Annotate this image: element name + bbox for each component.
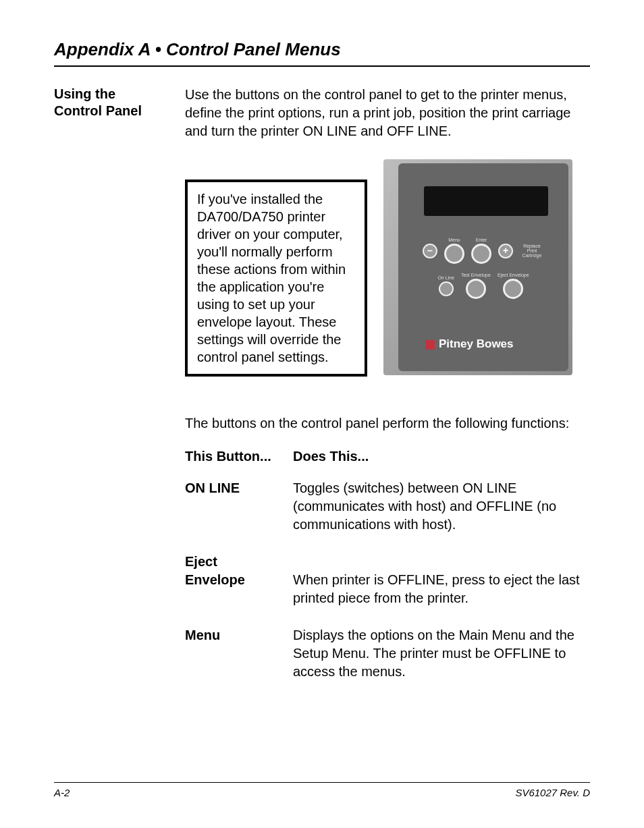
- section-heading: Using the Control Panel: [54, 86, 162, 119]
- minus-icon: –: [424, 245, 436, 257]
- table-header-button: This Button...: [185, 447, 293, 466]
- plus-icon: +: [500, 245, 512, 257]
- button-description: When printer is OFFLINE, press to eject …: [293, 571, 590, 607]
- note-and-photo-row: If you've installed the DA700/DA750 prin…: [185, 159, 590, 377]
- table-row: Menu Displays the options on the Main Me…: [185, 626, 590, 681]
- section-heading-column: Using the Control Panel: [54, 86, 162, 700]
- content-columns: Using the Control Panel Use the buttons …: [54, 86, 590, 700]
- lcd-display: [424, 186, 548, 216]
- menu-button-stack: Menu: [444, 238, 464, 264]
- table-row: Eject: [185, 553, 590, 571]
- button-row-2: On Line Test Envelope Eject Envelope: [398, 273, 568, 299]
- enter-button-stack: Enter: [471, 238, 491, 264]
- brand-label: Pitney Bowes: [425, 337, 514, 352]
- button-name: ON LINE: [185, 479, 293, 534]
- body-column: Use the buttons on the control panel to …: [185, 86, 590, 700]
- online-button-stack: On Line: [437, 275, 454, 296]
- page-footer: A-2 SV61027 Rev. D: [54, 782, 590, 798]
- intro-paragraph: Use the buttons on the control panel to …: [185, 86, 590, 140]
- button-description: Displays the options on the Main Menu an…: [293, 626, 590, 681]
- eject-envelope-button[interactable]: [503, 279, 523, 299]
- page-number: A-2: [54, 787, 70, 798]
- replace-cartridge-label: Replace Print Cartridge: [520, 244, 544, 258]
- test-envelope-button[interactable]: [466, 279, 486, 299]
- doc-revision: SV61027 Rev. D: [515, 787, 590, 798]
- section-heading-line2: Control Panel: [54, 103, 142, 118]
- button-name: Eject: [185, 553, 293, 571]
- button-description: [293, 553, 590, 571]
- test-envelope-label: Test Envelope: [461, 273, 491, 277]
- eject-envelope-label: Eject Envelope: [498, 273, 529, 277]
- online-label: On Line: [437, 275, 454, 280]
- test-envelope-button-stack: Test Envelope: [461, 273, 491, 299]
- eject-envelope-button-stack: Eject Envelope: [498, 273, 529, 299]
- section-heading-line1: Using the: [54, 86, 115, 101]
- minus-button[interactable]: –: [423, 244, 437, 258]
- table-preface: The buttons on the control panel perform…: [185, 414, 590, 433]
- button-row-1: – Menu Enter + Replace Print Cartridge: [398, 238, 568, 264]
- menu-button[interactable]: [444, 244, 464, 264]
- enter-label: Enter: [476, 238, 487, 242]
- brand-text: Pitney Bowes: [439, 337, 514, 350]
- brand-icon: [425, 340, 435, 350]
- table-row: Envelope When printer is OFFLINE, press …: [185, 571, 590, 607]
- control-panel-photo: – Menu Enter + Replace Print Cartridge: [383, 159, 572, 375]
- page: Appendix A • Control Panel Menus Using t…: [0, 0, 644, 828]
- table-header-does: Does This...: [293, 447, 369, 466]
- table-header-row: This Button... Does This...: [185, 447, 590, 466]
- button-name: Envelope: [185, 571, 293, 607]
- note-box: If you've installed the DA700/DA750 prin…: [185, 180, 367, 377]
- button-name: Menu: [185, 626, 293, 681]
- table-row: ON LINE Toggles (switches) between ON LI…: [185, 479, 590, 534]
- menu-label: Menu: [448, 238, 460, 242]
- plus-button[interactable]: +: [498, 244, 513, 258]
- panel-face: – Menu Enter + Replace Print Cartridge: [398, 163, 568, 371]
- page-title: Appendix A • Control Panel Menus: [54, 39, 590, 60]
- page-header: Appendix A • Control Panel Menus: [54, 39, 590, 67]
- online-button[interactable]: [439, 281, 454, 296]
- button-description: Toggles (switches) between ON LINE (comm…: [293, 479, 590, 534]
- enter-button[interactable]: [471, 244, 491, 264]
